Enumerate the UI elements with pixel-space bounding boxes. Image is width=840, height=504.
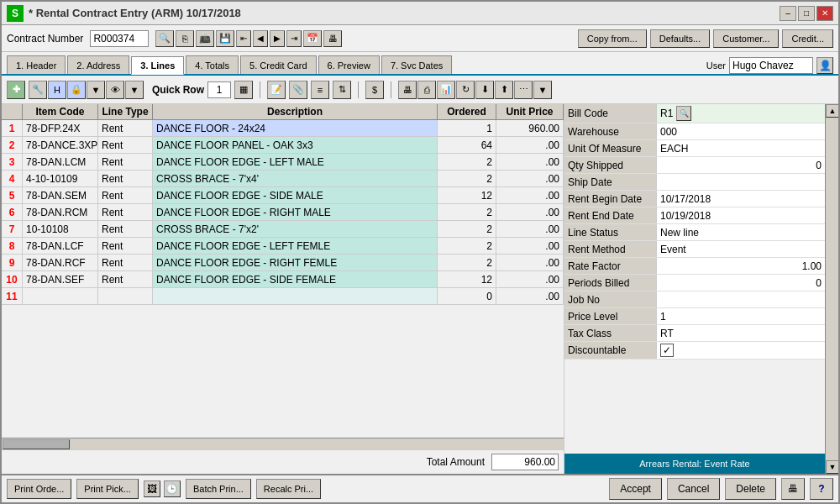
cell-row2-ordered: 64: [438, 137, 496, 153]
search-icon[interactable]: 🔍: [155, 30, 174, 47]
quick-row-input[interactable]: [207, 81, 231, 98]
accept-button[interactable]: Accept: [609, 478, 662, 500]
side-panel-scrollbar[interactable]: ▲ ▼: [825, 104, 838, 474]
more-dropdown-icon[interactable]: ▼: [533, 81, 552, 99]
uom-value: EACH: [657, 140, 825, 156]
periods-billed-label: Periods Billed: [564, 275, 657, 291]
tab-svc-dates[interactable]: 7. Svc Dates: [381, 55, 452, 74]
side-row-rate-factor: Rate Factor 1.00: [564, 258, 825, 275]
save-icon[interactable]: 💾: [216, 30, 234, 47]
table-row[interactable]: 2 78-DANCE.3XP Rent DANCE FLOOR PANEL - …: [2, 137, 564, 154]
user-icon[interactable]: 👤: [816, 57, 833, 74]
tab-credit-card[interactable]: 5. Credit Card: [240, 55, 316, 74]
cell-row8-price: .00: [496, 238, 564, 254]
table-row[interactable]: 7 10-10108 Rent CROSS BRACE - 7'x2' 2 .0…: [2, 221, 564, 238]
line-status-value: New line: [657, 224, 825, 240]
scrollbar-thumb[interactable]: [3, 439, 70, 449]
side-row-uom: Unit Of Measure EACH: [564, 140, 825, 157]
calendar-icon[interactable]: 📅: [303, 30, 322, 47]
export-icon[interactable]: ⬆: [495, 81, 513, 99]
cell-row6-num: 6: [2, 204, 23, 220]
table-row[interactable]: 1 78-DFP.24X Rent DANCE FLOOR - 24x24 1 …: [2, 120, 564, 137]
defaults-button[interactable]: Defaults...: [650, 29, 711, 48]
copy-from-button[interactable]: Copy from...: [578, 29, 647, 48]
print3-icon[interactable]: ⎙: [417, 81, 436, 99]
table-row[interactable]: 10 78-DAN.SEF Rent DANCE FLOOR EDGE - SI…: [2, 271, 564, 288]
col-header-num: [2, 104, 23, 119]
recalc-button[interactable]: Recalc Pri...: [256, 479, 321, 499]
excel-icon[interactable]: 📊: [437, 81, 455, 99]
dropdown-icon[interactable]: ▼: [87, 81, 105, 99]
restore-button[interactable]: □: [798, 6, 815, 21]
qty-shipped-value: 0: [657, 157, 825, 173]
nav-prev-button[interactable]: ◀: [253, 30, 268, 47]
cell-row9-price: .00: [496, 255, 564, 270]
refresh-icon[interactable]: ↻: [456, 81, 475, 99]
qty-shipped-label: Qty Shipped: [564, 157, 657, 173]
print-pick-button[interactable]: Print Pick...: [76, 479, 139, 499]
minimize-button[interactable]: –: [780, 6, 796, 21]
bill-code-value: R1 🔍: [657, 104, 825, 123]
dollar-icon[interactable]: $: [365, 81, 384, 99]
tools-icon[interactable]: 🔧: [29, 81, 47, 99]
sort-icon[interactable]: ⇅: [333, 81, 351, 99]
scroll-down-button[interactable]: ▼: [826, 460, 838, 474]
copy-icon[interactable]: ⎘: [176, 30, 194, 47]
add-row-icon[interactable]: ✚: [7, 81, 25, 99]
tab-totals[interactable]: 4. Totals: [186, 55, 239, 74]
side-row-tax-class: Tax Class RT: [564, 325, 825, 342]
horizontal-scrollbar[interactable]: [2, 438, 564, 449]
contract-number-input[interactable]: [90, 30, 149, 47]
discountable-label: Discountable: [564, 342, 657, 359]
credit-button[interactable]: Credit...: [782, 29, 833, 48]
rent-begin-label: Rent Begin Date: [564, 191, 657, 207]
cell-row10-price: .00: [496, 271, 564, 287]
tab-lines[interactable]: 3. Lines: [131, 56, 184, 75]
batch-print-button[interactable]: Batch Prin...: [186, 479, 251, 499]
cell-row11-desc: [153, 288, 438, 304]
delete-button[interactable]: Delete: [725, 478, 776, 500]
view-dropdown-icon[interactable]: ▼: [125, 81, 144, 99]
table-row[interactable]: 9 78-DAN.RCF Rent DANCE FLOOR EDGE - RIG…: [2, 255, 564, 271]
view-icon[interactable]: 👁: [106, 81, 124, 99]
cell-row2-item: 78-DANCE.3XP: [23, 137, 98, 153]
nav-last-button[interactable]: ⇥: [286, 30, 302, 47]
discountable-checkbox[interactable]: ✓: [660, 344, 674, 357]
print2-icon[interactable]: 🖶: [398, 81, 417, 99]
table-row[interactable]: 4 4-10-10109 Rent CROSS BRACE - 7'x4' 2 …: [2, 171, 564, 187]
customer-button[interactable]: Customer...: [713, 29, 779, 48]
tab-header[interactable]: 1. Header: [7, 55, 66, 74]
print-order-button[interactable]: Print Orde...: [7, 479, 71, 499]
table-row[interactable]: 3 78-DAN.LCM Rent DANCE FLOOR EDGE - LEF…: [2, 154, 564, 171]
printer-button[interactable]: 🖶: [781, 478, 805, 500]
nav-first-button[interactable]: ⇤: [236, 30, 251, 47]
help-button[interactable]: ?: [810, 478, 833, 500]
fax-icon[interactable]: 📠: [196, 30, 214, 47]
cell-row1-num: 1: [2, 120, 23, 136]
scroll-up-button[interactable]: ▲: [826, 104, 838, 118]
cell-row9-num: 9: [2, 255, 23, 270]
grid-body: 1 78-DFP.24X Rent DANCE FLOOR - 24x24 1 …: [2, 120, 564, 438]
barcode-icon[interactable]: ≡: [311, 81, 329, 99]
quick-row-go-icon[interactable]: ▦: [234, 81, 253, 99]
print-icon[interactable]: 🖶: [323, 30, 342, 47]
cell-row9-type: Rent: [98, 255, 153, 270]
cancel-button[interactable]: Cancel: [667, 478, 720, 500]
more-icon[interactable]: ⋯: [514, 81, 533, 99]
import-icon[interactable]: ⬇: [475, 81, 494, 99]
scroll-track[interactable]: [826, 118, 838, 460]
attach-icon[interactable]: 📎: [289, 81, 307, 99]
table-row[interactable]: 8 78-DAN.LCF Rent DANCE FLOOR EDGE - LEF…: [2, 238, 564, 255]
table-row[interactable]: 6 78-DAN.RCM Rent DANCE FLOOR EDGE - RIG…: [2, 204, 564, 221]
lock-v-icon[interactable]: 🔒: [67, 81, 86, 99]
note-icon[interactable]: 📝: [267, 81, 286, 99]
side-row-discountable: Discountable ✓: [564, 342, 825, 360]
close-button[interactable]: ✕: [816, 6, 833, 21]
tab-preview[interactable]: 6. Preview: [318, 55, 380, 74]
table-row[interactable]: 11 0 .00: [2, 288, 564, 305]
tab-address[interactable]: 2. Address: [67, 55, 129, 74]
bill-code-search-button[interactable]: 🔍: [676, 106, 691, 121]
lock-h-icon[interactable]: H: [48, 81, 66, 99]
nav-next-button[interactable]: ▶: [270, 30, 285, 47]
table-row[interactable]: 5 78-DAN.SEM Rent DANCE FLOOR EDGE - SID…: [2, 187, 564, 204]
